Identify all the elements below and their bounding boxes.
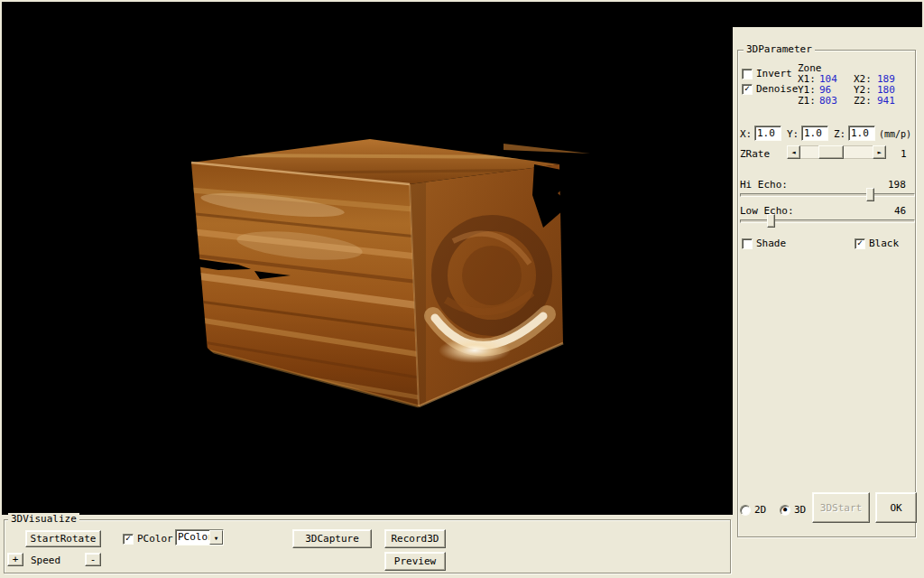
scale-y-label: Y: [787, 128, 799, 140]
zrate-scrollbar[interactable]: ◄ ► [787, 145, 886, 159]
checkmark-icon: ✓ [744, 84, 750, 93]
parameter-group-title: 3DParameter [744, 43, 815, 55]
zrate-label: ZRate [740, 148, 770, 160]
zrate-scrollbar-thumb[interactable] [818, 145, 844, 159]
invert-checkbox[interactable]: Invert [742, 68, 792, 79]
mode-2d-radio-circle [740, 505, 751, 516]
preview-button[interactable]: Preview [384, 552, 446, 571]
scale-z-input[interactable] [848, 126, 875, 141]
pcolor-dropdown[interactable]: PColor ▼ [175, 529, 224, 545]
checkmark-icon: ✓ [125, 534, 131, 543]
pcolor-checkbox[interactable]: ✓ PColor [123, 533, 173, 545]
scale-x-input[interactable] [754, 126, 781, 141]
zone-z2-label: Z2: [854, 96, 877, 107]
visualize-panel: 3DVisualize StartRotate ✓ PColor PColor … [2, 515, 733, 576]
black-label: Black [869, 238, 899, 249]
pcolor-dropdown-value: PColor [176, 530, 209, 545]
render-viewport[interactable] [2, 2, 733, 515]
hi-echo-label: Hi Echo: [740, 179, 788, 191]
zrate-scrollbar-track[interactable] [800, 145, 873, 159]
record-3d-button[interactable]: Record3D [384, 529, 446, 548]
top-right-strip [733, 2, 922, 27]
zone-box: Zone X1:104X2:189 Y1:96Y2:180 Z1:803Z2:9… [798, 63, 917, 107]
chevron-down-icon: ▼ [215, 535, 218, 541]
denoise-label: Denoise [756, 83, 798, 95]
scroll-right-button[interactable]: ► [873, 145, 886, 159]
scale-z-label: Z: [834, 128, 845, 140]
low-echo-value: 46 [894, 205, 906, 217]
pcolor-checkbox-label: PColor [137, 533, 173, 545]
parameter-groupbox: 3DParameter [737, 50, 916, 537]
radio-dot-icon: ● [783, 507, 787, 513]
mode-2d-radio[interactable]: 2D [740, 504, 766, 516]
start-3d-button[interactable]: 3DStart [812, 492, 870, 523]
scroll-right-icon: ► [877, 149, 881, 156]
denoise-checkbox-box: ✓ [742, 84, 753, 95]
mode-3d-radio-circle: ● [780, 505, 790, 516]
black-checkbox[interactable]: ✓ Black [855, 238, 899, 249]
denoise-checkbox[interactable]: ✓ Denoise [742, 83, 798, 95]
speed-minus-button[interactable]: - [85, 553, 101, 566]
hi-echo-value: 198 [888, 179, 906, 191]
ok-button[interactable]: OK [875, 492, 917, 523]
capture-3d-button[interactable]: 3DCapture [292, 529, 372, 548]
shade-label: Shade [756, 238, 786, 249]
hi-echo-slider-track[interactable] [740, 193, 915, 197]
parameter-panel: 3DParameter Invert ✓ Denoise Zone X1:104… [733, 27, 922, 576]
zone-row-z: Z1:803Z2:941 [798, 96, 917, 107]
scroll-left-button[interactable]: ◄ [787, 145, 800, 159]
pcolor-checkbox-box: ✓ [123, 534, 134, 545]
invert-checkbox-box [742, 69, 753, 79]
scale-y-input[interactable] [801, 126, 828, 141]
black-checkbox-box: ✓ [855, 238, 865, 249]
mode-2d-label: 2D [754, 504, 766, 516]
mode-3d-label: 3D [794, 504, 806, 516]
low-echo-slider-thumb[interactable] [767, 214, 775, 228]
zone-z2-value: 941 [877, 96, 911, 107]
checkmark-icon: ✓ [857, 238, 863, 247]
scale-unit-label: (mm/p) [879, 129, 911, 139]
shade-checkbox[interactable]: Shade [742, 238, 786, 249]
dropdown-arrow-button[interactable]: ▼ [209, 530, 223, 545]
mode-3d-radio[interactable]: ● 3D [780, 504, 806, 516]
zrate-value: 1 [901, 148, 907, 160]
scroll-left-icon: ◄ [791, 149, 795, 156]
ultrasound-volume [2, 2, 733, 515]
scale-x-label: X: [740, 128, 752, 140]
zone-z1-label: Z1: [798, 96, 819, 107]
zone-z1-value: 803 [819, 96, 854, 107]
shade-checkbox-box [742, 238, 753, 249]
hi-echo-slider-thumb[interactable] [866, 188, 874, 201]
speed-plus-button[interactable]: + [7, 553, 23, 566]
speed-label: Speed [31, 555, 60, 566]
visualize-group-title: 3DVisualize [8, 513, 79, 525]
start-rotate-button[interactable]: StartRotate [25, 530, 101, 547]
invert-label: Invert [756, 68, 792, 79]
